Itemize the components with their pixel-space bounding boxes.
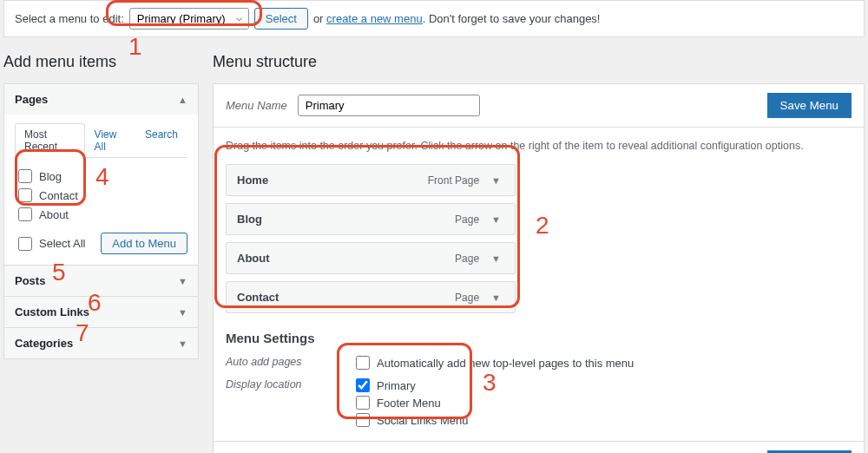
accordion-posts: Posts ▼	[4, 265, 198, 296]
chevron-down-icon[interactable]: ▼	[488, 175, 504, 186]
page-label: Contact	[39, 189, 78, 202]
chevron-down-icon[interactable]: ▼	[488, 214, 504, 225]
menu-item-title: Contact	[237, 291, 446, 304]
display-loc-label: Social Links Menu	[377, 414, 469, 427]
add-to-menu-button[interactable]: Add to Menu	[101, 233, 187, 254]
menu-item[interactable]: Contact Page ▼	[226, 281, 516, 313]
chevron-down-icon[interactable]: ▼	[488, 253, 504, 264]
tab-most-recent[interactable]: Most Recent	[15, 123, 85, 158]
display-loc-checkbox[interactable]	[356, 378, 370, 392]
menu-item-type: Front Page	[428, 174, 479, 187]
tab-search[interactable]: Search	[135, 123, 187, 158]
auto-add-option[interactable]: Automatically add new top-level pages to…	[356, 354, 852, 371]
pages-checklist: Blog Contact About	[15, 167, 187, 224]
auto-add-checkbox[interactable]	[356, 356, 370, 370]
page-label: About	[39, 208, 69, 221]
menu-select-dropdown[interactable]: Primary (Primary)	[129, 8, 249, 30]
save-reminder-text: . Don't forget to save your changes!	[423, 12, 601, 25]
page-checkbox[interactable]	[18, 207, 32, 221]
display-loc-primary[interactable]: Primary	[356, 377, 852, 394]
page-item-about[interactable]: About	[15, 205, 187, 224]
accordion-pages-header[interactable]: Pages ▲	[4, 84, 198, 115]
accordion-pages-body: Most Recent View All Search Blog Contact	[4, 115, 198, 265]
menu-items-list: Home Front Page ▼ Blog Page ▼ About Page…	[226, 164, 516, 313]
accordion-pages: Pages ▲ Most Recent View All Search Blog	[4, 84, 198, 265]
menu-structure-column: Menu structure Menu Name Save Menu Drag …	[213, 53, 865, 453]
display-loc-footer[interactable]: Footer Menu	[356, 394, 852, 411]
menu-name-label: Menu Name	[226, 99, 287, 112]
accordion-categories-header[interactable]: Categories ▼	[4, 328, 198, 358]
select-all-row[interactable]: Select All	[15, 234, 89, 253]
auto-add-label: Auto add pages	[226, 354, 356, 371]
accordion-custom-links-header[interactable]: Custom Links ▼	[4, 297, 198, 327]
menu-item-type: Page	[455, 213, 479, 226]
settings-display-location-row: Display location Primary Footer Menu	[226, 377, 852, 429]
display-location-label: Display location	[226, 377, 356, 429]
accordion-custom-links-label: Custom Links	[15, 305, 89, 318]
page-item-blog[interactable]: Blog	[15, 167, 187, 186]
menu-item[interactable]: Blog Page ▼	[226, 203, 516, 235]
menu-item-title: Home	[237, 174, 419, 187]
accordion-pages-label: Pages	[15, 93, 48, 106]
tab-view-all[interactable]: View All	[85, 123, 135, 158]
add-menu-items-column: Add menu items Pages ▲ Most Recent View …	[3, 53, 199, 453]
display-loc-checkbox[interactable]	[356, 413, 370, 427]
page-checkbox[interactable]	[18, 169, 32, 183]
menu-structure-title: Menu structure	[213, 53, 865, 71]
menu-item-title: Blog	[237, 213, 446, 226]
menu-item-type: Page	[455, 253, 479, 265]
drag-instruction-text: Drag the items into the order you prefer…	[226, 140, 852, 152]
display-loc-checkbox[interactable]	[356, 396, 370, 410]
accordion: Pages ▲ Most Recent View All Search Blog	[3, 83, 199, 359]
select-all-checkbox[interactable]	[18, 237, 32, 251]
edit-menu-bar: Select a menu to edit: Primary (Primary)…	[3, 0, 865, 37]
or-text: or	[313, 12, 324, 25]
menu-panel-body: Drag the items into the order you prefer…	[214, 128, 864, 441]
menu-item[interactable]: About Page ▼	[226, 242, 516, 274]
page-label: Blog	[39, 170, 62, 183]
edit-label: Select a menu to edit:	[15, 12, 124, 25]
page-checkbox[interactable]	[18, 188, 32, 202]
select-all-label: Select All	[39, 237, 85, 250]
add-menu-items-title: Add menu items	[3, 53, 199, 71]
accordion-categories: Categories ▼	[4, 327, 198, 358]
save-menu-button-top[interactable]: Save Menu	[767, 93, 852, 118]
pages-tabs: Most Recent View All Search	[15, 123, 187, 158]
chevron-down-icon: ▼	[178, 338, 187, 349]
menu-settings-title: Menu Settings	[226, 331, 852, 345]
menu-name-input[interactable]	[298, 95, 480, 116]
select-button[interactable]: Select	[254, 8, 308, 30]
chevron-down-icon: ▼	[178, 307, 187, 318]
display-loc-label: Footer Menu	[377, 397, 441, 410]
menu-panel-header: Menu Name Save Menu	[214, 84, 864, 128]
settings-auto-add-row: Auto add pages Automatically add new top…	[226, 354, 852, 371]
auto-add-option-label: Automatically add new top-level pages to…	[377, 357, 634, 370]
accordion-custom-links: Custom Links ▼	[4, 296, 198, 327]
menu-item-title: About	[237, 252, 446, 265]
page-item-contact[interactable]: Contact	[15, 186, 187, 205]
menu-panel-footer: Delete Menu Save Menu	[214, 441, 864, 453]
accordion-posts-label: Posts	[15, 274, 45, 287]
create-new-menu-link[interactable]: create a new menu	[326, 12, 423, 25]
chevron-up-icon: ▲	[178, 95, 187, 105]
chevron-down-icon[interactable]: ▼	[488, 292, 504, 303]
display-loc-label: Primary	[377, 379, 416, 392]
accordion-posts-header[interactable]: Posts ▼	[4, 266, 198, 296]
menu-select-wrap: Primary (Primary)	[129, 8, 249, 30]
menu-panel: Menu Name Save Menu Drag the items into …	[213, 83, 865, 453]
accordion-categories-label: Categories	[15, 337, 73, 350]
menu-item-type: Page	[455, 292, 479, 304]
menu-item[interactable]: Home Front Page ▼	[226, 164, 516, 196]
chevron-down-icon: ▼	[178, 276, 187, 286]
display-loc-social[interactable]: Social Links Menu	[356, 411, 852, 429]
